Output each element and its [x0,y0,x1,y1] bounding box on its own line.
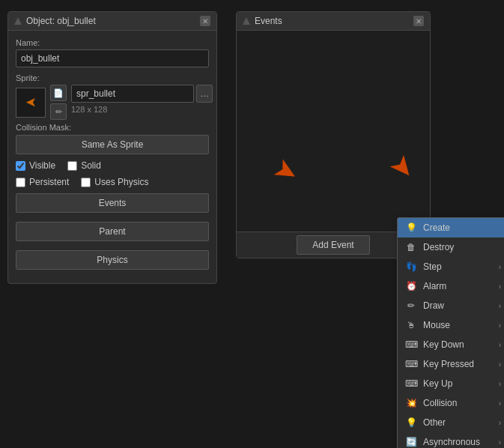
menu-item-destroy-left: 🗑 Destroy [405,241,454,253]
action-buttons: Events Parent Physics [16,193,209,276]
menu-item-alarm-left: ⏰ Alarm [405,280,446,292]
menu-item-other-left: 💡 Other [405,417,446,429]
solid-checkbox-item[interactable]: Solid [67,160,101,171]
solid-checkbox[interactable] [67,161,77,171]
menu-item-collision[interactable]: 💥 Collision › [398,393,504,413]
sprite-more-button[interactable]: … [196,85,213,103]
menu-item-other-label: Other [423,417,446,428]
events-button[interactable]: Events [16,193,209,213]
menu-item-keydown-left: ⌨ Key Down [405,339,464,351]
visible-checkbox[interactable] [16,161,25,171]
object-panel-header: Object: obj_bullet ✕ [8,12,216,31]
sprite-edit-button[interactable]: ✏ [50,103,67,120]
keyup-chevron-icon: › [499,380,501,388]
sprite-name-row: … [71,85,213,103]
add-event-button[interactable]: Add Event [297,235,369,255]
menu-item-async-label: Asynchronous [423,437,480,447]
menu-item-keypressed-left: ⌨ Key Pressed [405,358,474,370]
panel-icon [14,17,22,25]
menu-item-keyup-left: ⌨ Key Up [405,378,452,390]
menu-item-mouse-label: Mouse [423,320,450,330]
menu-item-destroy-label: Destroy [423,242,454,252]
mouse-chevron-icon: › [499,321,501,330]
draw-chevron-icon: › [499,302,501,310]
keydown-chevron-icon: › [499,341,501,349]
events-panel-icon [243,17,250,25]
menu-item-keypressed-label: Key Pressed [423,359,474,369]
object-panel-content: Name: Sprite: ➤ 📄 ✏ … 128 x 128 Collisio… [8,31,216,283]
persistent-label: Persistent [29,177,69,187]
collision-icon: 💥 [405,397,417,409]
uses-physics-checkbox[interactable] [81,178,91,187]
sprite-new-button[interactable]: 📄 [50,85,67,101]
collision-chevron-icon: › [499,399,501,408]
persistent-checkbox-item[interactable]: Persistent [16,177,69,187]
menu-item-async[interactable]: 🔄 Asynchronous › [398,432,504,448]
checkboxes-row-2: Persistent Uses Physics [16,177,209,187]
object-panel-title: Object: obj_bullet [26,16,96,26]
keydown-icon: ⌨ [405,339,417,351]
menu-item-alarm[interactable]: ⏰ Alarm › [398,276,504,296]
name-label: Name: [16,38,209,47]
menu-item-step-label: Step [423,261,442,272]
menu-item-keypressed[interactable]: ⌨ Key Pressed › [398,354,504,374]
persistent-checkbox[interactable] [16,178,25,187]
same-as-sprite-button[interactable]: Same As Sprite [16,135,209,154]
solid-label: Solid [81,160,101,171]
events-panel-close-button[interactable]: ✕ [413,16,424,26]
events-panel-title-row: Events [243,16,282,26]
async-icon: 🔄 [405,436,417,448]
alarm-icon: ⏰ [405,280,417,292]
menu-item-draw[interactable]: ✏ Draw › [398,296,504,315]
events-panel-title: Events [255,16,282,26]
menu-item-destroy[interactable]: 🗑 Destroy [398,237,504,257]
menu-item-async-left: 🔄 Asynchronous [405,436,480,448]
step-icon: 👣 [405,261,417,273]
sprite-row: ➤ 📄 ✏ … 128 x 128 [16,85,209,120]
menu-item-alarm-label: Alarm [423,281,446,291]
sprite-label: Sprite: [16,73,209,82]
events-content-area [237,31,430,231]
menu-item-collision-left: 💥 Collision [405,397,457,409]
menu-item-other[interactable]: 💡 Other › [398,413,504,432]
sprite-name-input[interactable] [71,85,194,103]
menu-item-keydown[interactable]: ⌨ Key Down › [398,335,504,354]
object-panel: Object: obj_bullet ✕ Name: Sprite: ➤ 📄 ✏… [7,11,217,284]
context-menu: 💡 Create 🗑 Destroy 👣 Step › ⏰ Alarm › ✏ … [397,217,504,448]
uses-physics-checkbox-item[interactable]: Uses Physics [81,177,148,187]
visible-label: Visible [29,160,55,171]
menu-item-step[interactable]: 👣 Step › [398,257,504,276]
menu-item-keydown-label: Key Down [423,339,464,350]
sprite-size: 128 x 128 [71,105,213,114]
step-chevron-icon: › [499,263,501,271]
menu-item-mouse-left: 🖱 Mouse [405,319,450,331]
other-chevron-icon: › [499,419,501,427]
keyup-icon: ⌨ [405,378,417,390]
events-panel-header: Events ✕ [237,12,430,31]
uses-physics-label: Uses Physics [94,177,148,187]
object-panel-close-button[interactable]: ✕ [200,16,210,26]
other-icon: 💡 [405,417,417,429]
collision-mask-label: Collision Mask: [16,123,209,132]
alarm-chevron-icon: › [499,282,501,291]
create-icon: 💡 [405,222,417,234]
menu-item-collision-label: Collision [423,398,457,408]
parent-button[interactable]: Parent [16,222,209,241]
menu-item-draw-label: Draw [423,300,444,311]
mouse-icon: 🖱 [405,319,417,331]
menu-item-step-left: 👣 Step [405,261,442,273]
visible-checkbox-item[interactable]: Visible [16,160,55,171]
menu-item-keyup[interactable]: ⌨ Key Up › [398,374,504,393]
menu-item-mouse[interactable]: 🖱 Mouse › [398,315,504,335]
menu-item-create[interactable]: 💡 Create [398,218,504,237]
async-chevron-icon: › [499,438,501,447]
sprite-thumbnail: ➤ [16,88,46,118]
menu-item-keyup-label: Key Up [423,378,452,389]
physics-button[interactable]: Physics [16,250,209,270]
object-panel-title-row: Object: obj_bullet [14,16,96,26]
menu-item-draw-left: ✏ Draw [405,300,444,312]
menu-item-create-left: 💡 Create [405,222,450,234]
destroy-icon: 🗑 [405,241,417,253]
sprite-arrow-icon: ➤ [25,94,37,111]
name-input[interactable] [16,49,209,67]
